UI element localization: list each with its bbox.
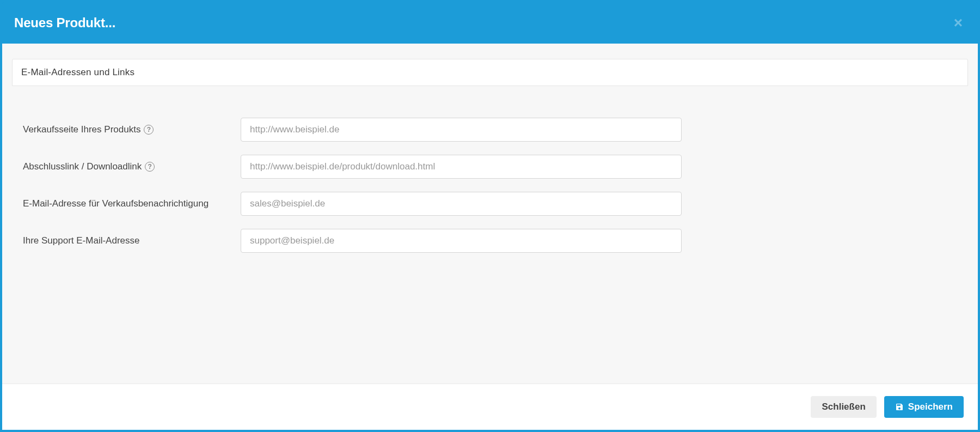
label-text: Abschlusslink / Downloadlink: [23, 161, 142, 172]
form-row-sales-email: E-Mail-Adresse für Verkaufsbenachrichtig…: [23, 192, 957, 216]
modal-header: Neues Produkt... ×: [2, 2, 978, 44]
label-text: E-Mail-Adresse für Verkaufsbenachrichtig…: [23, 198, 209, 209]
modal-title: Neues Produkt...: [14, 15, 115, 31]
close-button[interactable]: Schließen: [811, 396, 876, 418]
save-button[interactable]: Speichern: [884, 396, 964, 418]
new-product-modal: Neues Produkt... × E-Mail-Adressen und L…: [2, 2, 978, 430]
form-row-sales-page: Verkaufsseite Ihres Produkts ?: [23, 118, 957, 142]
label-text: Verkaufsseite Ihres Produkts: [23, 124, 140, 135]
label-sales-page: Verkaufsseite Ihres Produkts ?: [23, 124, 241, 135]
save-button-label: Speichern: [908, 401, 953, 412]
help-icon[interactable]: ?: [145, 162, 155, 172]
label-text: Ihre Support E-Mail-Adresse: [23, 235, 139, 246]
form-area: Verkaufsseite Ihres Produkts ? Abschluss…: [12, 86, 968, 331]
download-link-input[interactable]: [241, 155, 682, 179]
modal-body[interactable]: E-Mail-Adressen und Links Verkaufsseite …: [2, 44, 978, 384]
save-icon: [895, 403, 904, 411]
help-icon[interactable]: ?: [144, 125, 154, 135]
sales-page-input[interactable]: [241, 118, 682, 142]
modal-footer: Schließen Speichern: [2, 384, 978, 430]
label-sales-email: E-Mail-Adresse für Verkaufsbenachrichtig…: [23, 198, 241, 209]
form-row-support-email: Ihre Support E-Mail-Adresse: [23, 229, 957, 253]
label-support-email: Ihre Support E-Mail-Adresse: [23, 235, 241, 246]
label-download-link: Abschlusslink / Downloadlink ?: [23, 161, 241, 172]
sales-email-input[interactable]: [241, 192, 682, 216]
close-icon[interactable]: ×: [951, 15, 966, 31]
form-row-download-link: Abschlusslink / Downloadlink ?: [23, 155, 957, 179]
support-email-input[interactable]: [241, 229, 682, 253]
section-header-emails-links: E-Mail-Adressen und Links: [12, 59, 968, 86]
